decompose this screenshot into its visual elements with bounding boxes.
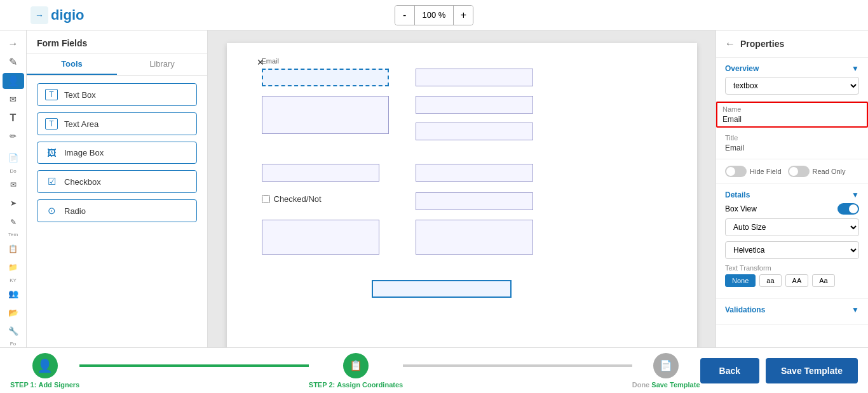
sidebar-icon-person[interactable]: 👤: [3, 73, 24, 89]
back-button[interactable]: Back: [700, 358, 759, 383]
box-view-label: Box View: [725, 204, 757, 213]
close-icon[interactable]: ✕: [257, 57, 264, 67]
auto-size-select[interactable]: Auto Size Fixed Size: [725, 218, 859, 236]
title-label: Title: [725, 134, 859, 142]
sidebar-icon-signature[interactable]: ✏: [3, 128, 24, 144]
title-section: Title Email: [716, 128, 868, 159]
step2-icon: 📋: [343, 353, 369, 378]
canvas-field-1[interactable]: [416, 69, 533, 86]
box-view-row: Box View: [725, 203, 859, 215]
hide-field-label: Hide Field: [750, 168, 782, 175]
step3-icon: 📄: [653, 353, 679, 378]
read-only-label: Read Only: [813, 168, 846, 175]
sidebar-icon-wrench[interactable]: 🔧: [3, 323, 24, 339]
radio-icon: ⊙: [45, 205, 58, 216]
step1-label: STEP 1: Add Signers: [10, 381, 79, 389]
properties-back-icon[interactable]: ←: [725, 38, 735, 50]
toggle-row: Hide Field Read Only: [725, 166, 859, 177]
sidebar-icon-doc1[interactable]: 📄: [3, 147, 24, 169]
textbox-icon: T: [45, 89, 58, 100]
name-section: Name Email: [716, 102, 868, 128]
read-only-toggle[interactable]: [788, 166, 810, 177]
overview-section-title: Overview ▼: [725, 64, 859, 73]
canvas-textarea-1[interactable]: [262, 96, 389, 134]
fields-panel-title: Form Fields: [27, 30, 207, 54]
canvas-textarea-3[interactable]: [416, 220, 533, 255]
sidebar-icon-folder[interactable]: 📁: [3, 259, 24, 275]
type-select[interactable]: textbox textarea imagebox checkbox radio: [725, 77, 859, 95]
sidebar-icon-people[interactable]: 👥: [3, 286, 24, 302]
sidebar-icon-arrow[interactable]: →: [3, 36, 24, 51]
checkbox-label: Checkbox: [64, 177, 101, 187]
save-template-button[interactable]: Save Template: [766, 358, 858, 383]
properties-panel: ← Properties Overview ▼ textbox textarea…: [715, 30, 868, 347]
name-label: Name: [722, 105, 862, 113]
field-item-radio[interactable]: ⊙ Radio: [37, 199, 197, 222]
font-select[interactable]: Helvetica Arial Times New Roman: [725, 241, 859, 259]
sidebar-icon-envelope[interactable]: ✉: [3, 91, 24, 107]
back-arrow-icon[interactable]: →: [31, 6, 48, 24]
zoom-plus-button[interactable]: +: [454, 6, 473, 25]
step2-label: STEP 2: Assign Coordinates: [309, 381, 403, 389]
canvas-field-3[interactable]: [416, 123, 533, 140]
canvas-field-selected-bottom[interactable]: [372, 280, 512, 298]
fields-list: T Text Box T Text Area 🖼 Image Box ☑ Che…: [27, 76, 207, 230]
tt-Aa-button[interactable]: Aa: [812, 274, 834, 287]
steps-area: 👤 STEP 1: Add Signers 📋 STEP 2: Assign C…: [10, 353, 700, 389]
sidebar-icon-doc2[interactable]: 📋: [3, 241, 24, 256]
sidebar-icon-ky-group: KY: [1, 278, 25, 284]
step-line-2: [403, 364, 632, 367]
validations-section: Validations ▼: [716, 299, 868, 325]
field-item-checkbox[interactable]: ☑ Checkbox: [37, 170, 197, 193]
field-item-imagebox[interactable]: 🖼 Image Box: [37, 142, 197, 164]
auto-size-row: Auto Size Fixed Size: [725, 218, 859, 236]
sidebar-icon-folder2[interactable]: 📂: [3, 305, 24, 321]
sidebar-icon-fo-group: Fo: [1, 342, 25, 347]
tab-library[interactable]: Library: [117, 54, 207, 75]
toggles-section: Hide Field Read Only: [716, 159, 868, 184]
canvas-field-6[interactable]: [416, 192, 533, 210]
properties-header: ← Properties: [716, 30, 868, 58]
imagebox-label: Image Box: [64, 148, 104, 157]
properties-title: Properties: [740, 39, 784, 49]
tt-aa-button[interactable]: aa: [759, 274, 781, 287]
field-item-textbox[interactable]: T Text Box: [37, 83, 197, 106]
textarea-icon: T: [45, 118, 58, 130]
checkbox-input[interactable]: [262, 195, 270, 203]
sidebar-icon-edit2[interactable]: ✎: [3, 214, 24, 230]
sidebar-icon-pen[interactable]: ✎: [3, 54, 24, 70]
details-section: Details ▼ Box View Auto Size Fixed Size …: [716, 184, 868, 299]
canvas-field-2[interactable]: [416, 96, 533, 114]
validations-chevron-icon: ▼: [851, 305, 859, 314]
zoom-controls: - 100 % +: [395, 5, 474, 25]
box-view-toggle[interactable]: [837, 203, 859, 215]
zoom-minus-button[interactable]: -: [395, 6, 414, 25]
email-canvas-field[interactable]: [262, 69, 389, 86]
sidebar-icon-doc-group: 📄 Do: [1, 147, 25, 175]
tt-none-button[interactable]: None: [725, 274, 756, 287]
tab-tools[interactable]: Tools: [27, 54, 117, 75]
name-value: Email: [722, 115, 862, 124]
field-item-textarea[interactable]: T Text Area: [37, 112, 197, 135]
canvas-field-5[interactable]: [416, 164, 533, 182]
hide-field-toggle[interactable]: [725, 166, 747, 177]
zoom-value: 100 %: [414, 6, 454, 25]
step1-icon: 👤: [32, 353, 58, 378]
step3-label: Done Save Template: [632, 381, 700, 389]
logo-area: → digio: [31, 6, 85, 24]
canvas-area[interactable]: Email ✕: [208, 30, 715, 347]
details-section-title: Details ▼: [725, 190, 859, 199]
textarea-label: Text Area: [64, 119, 98, 129]
canvas-field-4[interactable]: [262, 164, 379, 182]
sidebar-icon-send[interactable]: ➤: [3, 196, 24, 211]
canvas-textarea-2[interactable]: [262, 220, 379, 255]
validations-section-title: Validations ▼: [725, 305, 859, 314]
checkbox-canvas-field[interactable]: Checked/Not: [262, 194, 322, 204]
title-value: Email: [725, 143, 859, 152]
text-transform-label: Text Transform: [725, 264, 859, 272]
sidebar-icon-text[interactable]: T: [3, 110, 24, 126]
bottom-bar: 👤 STEP 1: Add Signers 📋 STEP 2: Assign C…: [0, 347, 868, 393]
sidebar-icon-mail2[interactable]: ✉: [3, 177, 24, 192]
tt-AA-button[interactable]: AA: [785, 274, 809, 287]
email-field-label: Email: [262, 57, 280, 65]
